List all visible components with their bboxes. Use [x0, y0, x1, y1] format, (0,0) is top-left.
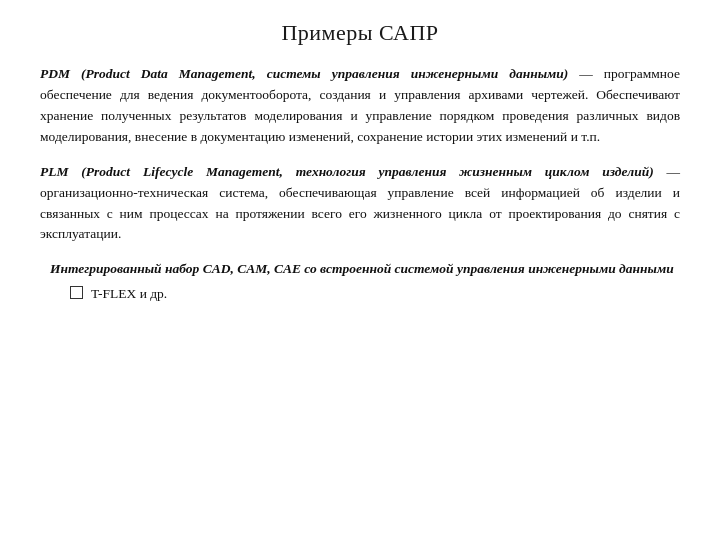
content-area: PDM (Product Data Management, системы уп…	[40, 64, 680, 520]
pdm-bold-text: PDM (Product Data Management, системы уп…	[40, 66, 568, 81]
list-item-tflex: T-FLEX и др.	[40, 284, 680, 305]
page-container: Примеры САПР PDM (Product Data Managemen…	[0, 0, 720, 540]
checkbox-icon	[70, 286, 83, 299]
integrated-set-label: Интегрированный набор CAD, CAM, CAE со в…	[50, 261, 674, 276]
plm-paragraph: PLM (Product Lifecycle Management, техно…	[40, 162, 680, 246]
page-title: Примеры САПР	[40, 20, 680, 46]
list-item-text: T-FLEX и др.	[91, 284, 167, 305]
plm-bold-text: PLM (Product Lifecycle Management, техно…	[40, 164, 654, 179]
pdm-paragraph: PDM (Product Data Management, системы уп…	[40, 64, 680, 148]
integrated-set-text: Интегрированный набор CAD, CAM, CAE со в…	[40, 259, 680, 280]
